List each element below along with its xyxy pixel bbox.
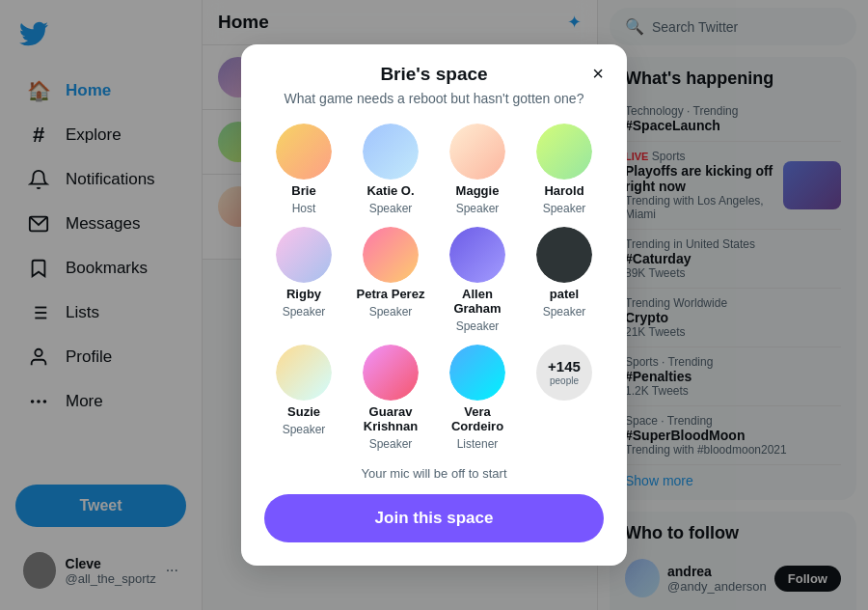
participant-avatar xyxy=(536,227,592,283)
modal-overlay[interactable]: × Brie's space What game needs a reboot … xyxy=(0,0,868,610)
participant-role: Speaker xyxy=(283,305,326,319)
participant-role: Listener xyxy=(457,437,499,451)
participant-name: Brie xyxy=(291,183,315,198)
participant-avatar xyxy=(363,345,419,401)
participant-role: Speaker xyxy=(543,202,586,215)
app-container: 🏠 Home # Explore Notifications Messages xyxy=(0,0,868,610)
participant-rigby: Rigby Speaker xyxy=(264,227,343,333)
participant-petra-perez: Petra Perez Speaker xyxy=(351,227,430,333)
participant-role: Speaker xyxy=(369,202,413,215)
participant-avatar xyxy=(363,227,419,283)
participant-brie: Brie Host xyxy=(264,124,343,215)
participant-name: Maggie xyxy=(456,183,500,198)
participant-avatar xyxy=(449,345,505,401)
participant-name: Harold xyxy=(544,183,583,198)
participant-avatar xyxy=(449,227,505,283)
participant-name: Petra Perez xyxy=(357,287,425,301)
more-label: people xyxy=(550,375,579,386)
participant-avatar xyxy=(363,124,419,180)
spaces-modal: × Brie's space What game needs a reboot … xyxy=(241,44,627,566)
participant-name: patel xyxy=(550,287,579,301)
participants-grid: Brie Host Katie O. Speaker Maggie Speake… xyxy=(264,124,604,451)
participant-name: Allen Graham xyxy=(438,287,517,316)
participant-role: Speaker xyxy=(283,423,326,436)
participant-role: Speaker xyxy=(369,305,413,319)
mic-notice: Your mic will be off to start xyxy=(264,466,604,481)
participant-harold: Harold Speaker xyxy=(525,124,604,215)
participant-guarav-krishnan: Guarav Krishnan Speaker xyxy=(351,345,430,451)
participant-name: Vera Cordeiro xyxy=(438,404,517,433)
more-participants: +145 people xyxy=(525,345,604,451)
participant-avatar xyxy=(276,227,332,283)
participant-role: Speaker xyxy=(456,319,500,333)
join-space-button[interactable]: Join this space xyxy=(264,494,604,542)
participant-name: Guarav Krishnan xyxy=(351,404,430,433)
participant-maggie: Maggie Speaker xyxy=(438,124,517,215)
participant-avatar xyxy=(449,124,505,180)
participant-suzie: Suzie Speaker xyxy=(264,345,343,451)
participant-name: Suzie xyxy=(287,404,320,419)
participant-patel: patel Speaker xyxy=(525,227,604,333)
participant-role: Speaker xyxy=(456,202,500,215)
participant-vera-cordeiro: Vera Cordeiro Listener xyxy=(438,345,517,451)
participant-role: Speaker xyxy=(543,305,586,319)
participant-role: Speaker xyxy=(369,437,413,451)
participant-avatar xyxy=(276,345,332,401)
participant-name: Rigby xyxy=(286,287,321,301)
participant-katie-o.: Katie O. Speaker xyxy=(351,124,430,215)
participant-name: Katie O. xyxy=(366,183,414,198)
modal-title: Brie's space xyxy=(264,64,604,85)
participant-avatar xyxy=(536,124,592,180)
modal-subtitle: What game needs a reboot but hasn't gott… xyxy=(264,91,604,106)
modal-close-button[interactable]: × xyxy=(583,58,613,89)
participant-avatar xyxy=(276,124,332,180)
participant-role: Host xyxy=(292,202,316,215)
more-participants-bubble: +145 people xyxy=(536,345,592,401)
more-count: +145 xyxy=(548,359,581,375)
participant-allen-graham: Allen Graham Speaker xyxy=(438,227,517,333)
